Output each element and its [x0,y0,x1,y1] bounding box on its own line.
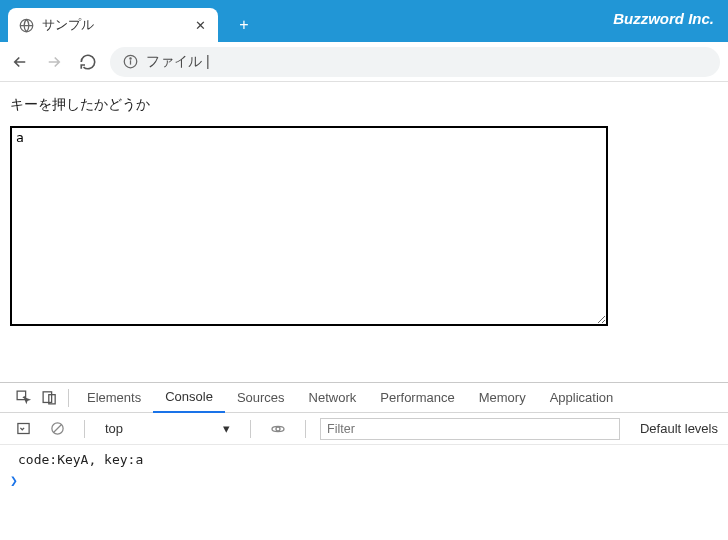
globe-icon [18,17,34,33]
info-icon [122,54,138,70]
console-toolbar: top ▾ Default levels [0,413,728,445]
console-sidebar-icon[interactable] [10,416,36,442]
tab-console[interactable]: Console [153,383,225,413]
address-text: ファイル | [146,53,210,71]
page-heading: キーを押したかどうか [10,96,718,114]
browser-titlebar: サンプル ✕ + Buzzword Inc. [0,0,728,42]
main-textarea[interactable] [10,126,608,326]
brand-label: Buzzword Inc. [613,10,714,27]
console-log-line: code:KeyA, key:a [10,449,718,473]
close-icon[interactable]: ✕ [192,17,208,33]
browser-navbar: ファイル | [0,42,728,82]
clear-console-icon[interactable] [44,416,70,442]
svg-line-9 [53,425,61,433]
inspect-icon[interactable] [10,385,36,411]
back-button[interactable] [8,50,32,74]
address-bar[interactable]: ファイル | [110,47,720,77]
context-selector[interactable]: top ▾ [99,421,236,436]
tab-elements[interactable]: Elements [75,383,153,413]
new-tab-button[interactable]: + [230,11,258,39]
separator [305,420,306,438]
tab-memory[interactable]: Memory [467,383,538,413]
console-prompt[interactable]: ❯ [10,473,718,488]
separator [68,389,69,407]
device-toggle-icon[interactable] [36,385,62,411]
svg-point-10 [276,427,280,431]
log-levels[interactable]: Default levels [640,421,718,436]
tab-title: サンプル [42,17,184,34]
tab-sources[interactable]: Sources [225,383,297,413]
filter-input[interactable] [320,418,620,440]
svg-point-3 [129,58,130,59]
forward-button[interactable] [42,50,66,74]
tab-network[interactable]: Network [297,383,369,413]
reload-button[interactable] [76,50,100,74]
live-expression-icon[interactable] [265,416,291,442]
devtools-tabbar: Elements Console Sources Network Perform… [0,383,728,413]
console-output: code:KeyA, key:a ❯ [0,445,728,540]
page-content: キーを押したかどうか [0,82,728,382]
separator [250,420,251,438]
svg-rect-5 [43,392,52,403]
chevron-down-icon: ▾ [223,421,230,436]
tab-performance[interactable]: Performance [368,383,466,413]
context-label: top [105,421,123,436]
devtools-panel: Elements Console Sources Network Perform… [0,382,728,540]
tab-application[interactable]: Application [538,383,626,413]
separator [84,420,85,438]
browser-tab[interactable]: サンプル ✕ [8,8,218,42]
